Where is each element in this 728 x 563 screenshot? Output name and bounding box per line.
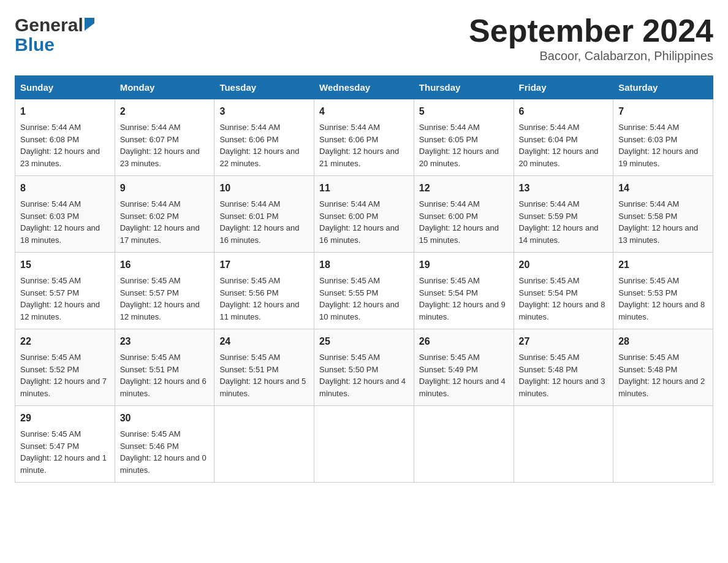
sunrise-text: Sunrise: 5:44 AM bbox=[519, 198, 609, 210]
sunrise-text: Sunrise: 5:45 AM bbox=[618, 275, 708, 287]
sunset-text: Sunset: 6:04 PM bbox=[519, 134, 609, 146]
day-number: 21 bbox=[618, 258, 708, 272]
sunset-text: Sunset: 5:54 PM bbox=[519, 287, 609, 299]
day-number: 7 bbox=[618, 104, 708, 119]
daylight-text: Daylight: 12 hours and 13 minutes. bbox=[618, 222, 708, 246]
sunset-text: Sunset: 6:01 PM bbox=[219, 210, 309, 223]
sunrise-text: Sunrise: 5:44 AM bbox=[219, 198, 309, 210]
table-row: 19Sunrise: 5:45 AMSunset: 5:54 PMDayligh… bbox=[414, 253, 514, 329]
day-number: 28 bbox=[618, 334, 708, 349]
daylight-text: Daylight: 12 hours and 16 minutes. bbox=[319, 222, 409, 246]
title-area: September 2024 Bacoor, Calabarzon, Phili… bbox=[469, 15, 713, 63]
sunrise-text: Sunrise: 5:44 AM bbox=[120, 198, 210, 210]
sunrise-text: Sunrise: 5:45 AM bbox=[20, 351, 110, 364]
table-row: 11Sunrise: 5:44 AMSunset: 6:00 PMDayligh… bbox=[314, 176, 414, 253]
daylight-text: Daylight: 12 hours and 23 minutes. bbox=[20, 145, 110, 169]
day-number: 13 bbox=[519, 181, 609, 196]
day-number: 26 bbox=[419, 334, 509, 349]
daylight-text: Daylight: 12 hours and 21 minutes. bbox=[319, 145, 409, 169]
table-row: 30Sunrise: 5:45 AMSunset: 5:46 PMDayligh… bbox=[115, 406, 214, 483]
day-number: 10 bbox=[219, 181, 309, 196]
daylight-text: Daylight: 12 hours and 18 minutes. bbox=[20, 222, 110, 246]
logo-blue-text: Blue bbox=[15, 36, 55, 54]
calendar-week-row: 1Sunrise: 5:44 AMSunset: 6:08 PMDaylight… bbox=[15, 99, 713, 176]
daylight-text: Daylight: 12 hours and 11 minutes. bbox=[219, 299, 309, 323]
sunrise-text: Sunrise: 5:44 AM bbox=[519, 121, 609, 134]
table-row bbox=[314, 406, 414, 483]
logo: General Blue bbox=[15, 15, 94, 54]
sunset-text: Sunset: 5:48 PM bbox=[618, 364, 708, 376]
sunset-text: Sunset: 5:57 PM bbox=[20, 287, 110, 299]
sunrise-text: Sunrise: 5:45 AM bbox=[519, 351, 609, 364]
sunrise-text: Sunrise: 5:44 AM bbox=[20, 198, 110, 210]
sunset-text: Sunset: 5:47 PM bbox=[20, 440, 110, 453]
sunset-text: Sunset: 6:05 PM bbox=[419, 134, 509, 146]
calendar-table: Sunday Monday Tuesday Wednesday Thursday… bbox=[15, 75, 713, 483]
sunrise-text: Sunrise: 5:45 AM bbox=[319, 351, 409, 364]
sunset-text: Sunset: 5:55 PM bbox=[319, 287, 409, 299]
table-row: 7Sunrise: 5:44 AMSunset: 6:03 PMDaylight… bbox=[613, 99, 713, 176]
sunset-text: Sunset: 5:51 PM bbox=[120, 364, 210, 376]
daylight-text: Daylight: 12 hours and 12 minutes. bbox=[20, 299, 110, 323]
sunrise-text: Sunrise: 5:45 AM bbox=[519, 275, 609, 287]
table-row: 5Sunrise: 5:44 AMSunset: 6:05 PMDaylight… bbox=[414, 99, 514, 176]
logo-flag-icon bbox=[85, 18, 94, 31]
daylight-text: Daylight: 12 hours and 14 minutes. bbox=[519, 222, 609, 246]
sunrise-text: Sunrise: 5:45 AM bbox=[120, 275, 210, 287]
daylight-text: Daylight: 12 hours and 4 minutes. bbox=[419, 375, 509, 399]
daylight-text: Daylight: 12 hours and 8 minutes. bbox=[519, 299, 609, 323]
daylight-text: Daylight: 12 hours and 4 minutes. bbox=[319, 375, 409, 399]
sunrise-text: Sunrise: 5:45 AM bbox=[120, 428, 210, 440]
sunset-text: Sunset: 6:08 PM bbox=[20, 134, 110, 146]
daylight-text: Daylight: 12 hours and 23 minutes. bbox=[120, 145, 210, 169]
table-row bbox=[414, 406, 514, 483]
sunrise-text: Sunrise: 5:45 AM bbox=[20, 428, 110, 440]
calendar-week-row: 15Sunrise: 5:45 AMSunset: 5:57 PMDayligh… bbox=[15, 253, 713, 329]
sunrise-text: Sunrise: 5:45 AM bbox=[120, 351, 210, 364]
sunrise-text: Sunrise: 5:44 AM bbox=[120, 121, 210, 134]
table-row: 23Sunrise: 5:45 AMSunset: 5:51 PMDayligh… bbox=[115, 329, 214, 406]
table-row: 24Sunrise: 5:45 AMSunset: 5:51 PMDayligh… bbox=[214, 329, 314, 406]
table-row: 13Sunrise: 5:44 AMSunset: 5:59 PMDayligh… bbox=[514, 176, 613, 253]
day-number: 23 bbox=[120, 334, 210, 349]
daylight-text: Daylight: 12 hours and 22 minutes. bbox=[219, 145, 309, 169]
table-row: 8Sunrise: 5:44 AMSunset: 6:03 PMDaylight… bbox=[15, 176, 115, 253]
day-number: 18 bbox=[319, 258, 409, 272]
sunrise-text: Sunrise: 5:45 AM bbox=[219, 351, 309, 364]
daylight-text: Daylight: 12 hours and 1 minute. bbox=[20, 452, 110, 476]
day-number: 4 bbox=[319, 104, 409, 119]
day-number: 22 bbox=[20, 334, 110, 349]
table-row: 18Sunrise: 5:45 AMSunset: 5:55 PMDayligh… bbox=[314, 253, 414, 329]
sunset-text: Sunset: 5:54 PM bbox=[419, 287, 509, 299]
daylight-text: Daylight: 12 hours and 7 minutes. bbox=[20, 375, 110, 399]
sunset-text: Sunset: 5:53 PM bbox=[618, 287, 708, 299]
location-subtitle: Bacoor, Calabarzon, Philippines bbox=[469, 49, 713, 63]
col-thursday: Thursday bbox=[414, 76, 514, 99]
sunset-text: Sunset: 6:06 PM bbox=[319, 134, 409, 146]
daylight-text: Daylight: 12 hours and 10 minutes. bbox=[319, 299, 409, 323]
sunrise-text: Sunrise: 5:45 AM bbox=[319, 275, 409, 287]
table-row bbox=[514, 406, 613, 483]
day-number: 11 bbox=[319, 181, 409, 196]
day-number: 1 bbox=[20, 104, 110, 119]
day-number: 17 bbox=[219, 258, 309, 272]
sunset-text: Sunset: 5:49 PM bbox=[419, 364, 509, 376]
table-row: 17Sunrise: 5:45 AMSunset: 5:56 PMDayligh… bbox=[214, 253, 314, 329]
sunset-text: Sunset: 5:57 PM bbox=[120, 287, 210, 299]
day-number: 14 bbox=[618, 181, 708, 196]
sunset-text: Sunset: 5:50 PM bbox=[319, 364, 409, 376]
sunset-text: Sunset: 6:00 PM bbox=[419, 210, 509, 223]
table-row: 2Sunrise: 5:44 AMSunset: 6:07 PMDaylight… bbox=[115, 99, 214, 176]
daylight-text: Daylight: 12 hours and 17 minutes. bbox=[120, 222, 210, 246]
table-row: 20Sunrise: 5:45 AMSunset: 5:54 PMDayligh… bbox=[514, 253, 613, 329]
sunrise-text: Sunrise: 5:44 AM bbox=[319, 121, 409, 134]
table-row bbox=[613, 406, 713, 483]
logo-general-text: General bbox=[15, 15, 83, 36]
sunrise-text: Sunrise: 5:44 AM bbox=[219, 121, 309, 134]
sunset-text: Sunset: 5:59 PM bbox=[519, 210, 609, 223]
table-row: 12Sunrise: 5:44 AMSunset: 6:00 PMDayligh… bbox=[414, 176, 514, 253]
col-friday: Friday bbox=[514, 76, 613, 99]
day-number: 27 bbox=[519, 334, 609, 349]
table-row bbox=[214, 406, 314, 483]
daylight-text: Daylight: 12 hours and 15 minutes. bbox=[419, 222, 509, 246]
